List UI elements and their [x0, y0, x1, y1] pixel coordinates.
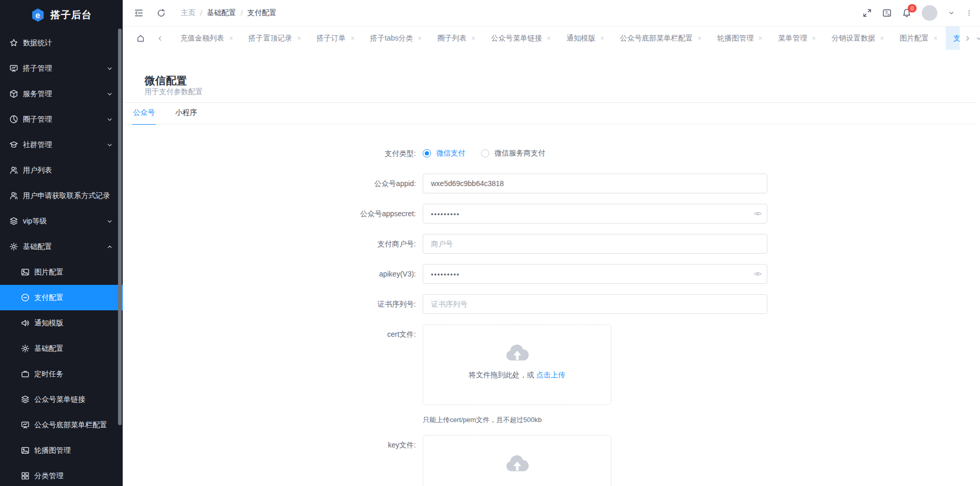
close-tab-icon[interactable]: [811, 35, 817, 41]
form-field-label: 公众号appid:: [123, 174, 416, 193]
key-file-dropzone[interactable]: [423, 435, 611, 486]
close-tab-icon[interactable]: [471, 35, 476, 41]
breadcrumb-item-2[interactable]: 支付配置: [247, 8, 277, 18]
sidebar-item-label: 基础配置: [23, 242, 52, 252]
breadcrumb-item-1[interactable]: 基础配置: [207, 8, 236, 18]
sidebar-item-label: 服务管理: [23, 89, 52, 99]
input-value: •••••••••: [431, 271, 460, 278]
tabs-scroll-left-chevron-icon[interactable]: [156, 35, 164, 42]
sidebar-item-label: 分类管理: [34, 471, 63, 481]
sidebar-item-14[interactable]: 公众号菜单链接: [0, 387, 123, 412]
breadcrumb: 主页/基础配置/支付配置: [181, 8, 277, 18]
refresh-icon[interactable]: [156, 8, 166, 18]
sidebar-item-11[interactable]: 通知模版: [0, 310, 123, 336]
config-tab-0[interactable]: 公众号: [132, 107, 156, 125]
sidebar-item-16[interactable]: 轮播图管理: [0, 438, 123, 463]
open-tab-4[interactable]: 圈子列表: [430, 27, 484, 50]
sidebar-item-17[interactable]: 分类管理: [0, 463, 123, 486]
breadcrumb-item-0[interactable]: 主页: [181, 8, 195, 18]
sidebar-scrollbar[interactable]: [118, 29, 122, 425]
payment-type-radio-0[interactable]: 微信支付: [423, 149, 465, 158]
layers-icon: [21, 395, 30, 404]
sidebar-item-label: 公众号菜单链接: [34, 395, 85, 404]
eye-icon[interactable]: [753, 209, 762, 218]
open-tab-label: 搭子订单: [317, 34, 346, 43]
close-tab-icon[interactable]: [296, 35, 302, 41]
notifications-button[interactable]: 0: [902, 8, 911, 18]
appsecret-input[interactable]: •••••••••: [423, 204, 767, 224]
sidebar-item-10[interactable]: 支付配置: [0, 285, 123, 310]
open-tab-5[interactable]: 公众号菜单链接: [484, 27, 559, 50]
cert-serial-row: 证书序列号:证书序列号: [123, 294, 980, 314]
sidebar-item-label: 图片配置: [34, 268, 63, 277]
sidebar-item-3[interactable]: 圈子管理: [0, 107, 123, 132]
svg-text:e: e: [35, 10, 40, 19]
sidebar-item-8[interactable]: 基础配置: [0, 234, 123, 259]
sidebar-item-label: 用户申请获取联系方式记录: [23, 191, 110, 201]
app-logo[interactable]: e 搭子后台: [0, 0, 123, 30]
appid-input[interactable]: wxe5d69c9bb64c3818: [423, 174, 767, 193]
open-tab-0[interactable]: 充值金额列表: [173, 27, 241, 50]
close-tab-icon[interactable]: [228, 35, 234, 41]
sidebar-item-5[interactable]: 用户列表: [0, 157, 123, 183]
close-tab-icon[interactable]: [697, 35, 702, 41]
close-tab-icon[interactable]: [879, 35, 885, 41]
image-icon: [21, 446, 30, 455]
app-logo-icon: e: [31, 8, 45, 22]
merchant-id-row: 支付商户号:商户号: [123, 234, 980, 254]
open-tab-label: 分销设置数据: [831, 34, 875, 43]
translate-icon[interactable]: 文A: [882, 8, 892, 18]
close-tab-icon[interactable]: [599, 35, 605, 41]
config-tab-1[interactable]: 小程序: [174, 107, 198, 125]
close-tab-icon[interactable]: [417, 35, 423, 41]
sidebar-item-13[interactable]: 定时任务: [0, 361, 123, 387]
open-tab-10[interactable]: 分销设置数据: [824, 27, 892, 50]
open-tab-12[interactable]: 支付配置: [946, 27, 960, 50]
sidebar-menu: 数据统计搭子管理服务管理圈子管理社群管理用户列表用户申请获取联系方式记录vip等…: [0, 30, 123, 486]
image-icon: [21, 268, 30, 277]
open-tab-1[interactable]: 搭子置顶记录: [241, 27, 309, 50]
open-tab-label: 支付配置: [953, 34, 960, 43]
sidebar-item-0[interactable]: 数据统计: [0, 30, 123, 56]
open-tab-2[interactable]: 搭子订单: [309, 27, 363, 50]
cert-serial-input[interactable]: 证书序列号: [423, 294, 767, 314]
close-tab-icon[interactable]: [350, 35, 356, 41]
close-tab-icon[interactable]: [757, 35, 763, 41]
apikey-v3-input[interactable]: •••••••••: [423, 264, 767, 284]
sidebar-item-6[interactable]: 用户申请获取联系方式记录: [0, 183, 123, 208]
fullscreen-icon[interactable]: [863, 8, 872, 18]
user-menu-chevron-down-icon[interactable]: [948, 9, 955, 17]
home-tab-icon[interactable]: [136, 34, 145, 43]
config-tabs: 公众号小程序: [132, 107, 198, 125]
open-tab-7[interactable]: 公众号底部菜单栏配置: [612, 27, 710, 50]
open-tab-8[interactable]: 轮播图管理: [710, 27, 770, 50]
gear-icon: [21, 344, 30, 353]
open-tab-3[interactable]: 搭子tabs分类: [363, 27, 430, 50]
sidebar-item-15[interactable]: 公众号底部菜单栏配置: [0, 412, 123, 438]
sidebar-item-12[interactable]: 基础配置: [0, 336, 123, 361]
sidebar-item-2[interactable]: 服务管理: [0, 81, 123, 107]
avatar[interactable]: [922, 5, 937, 21]
dropzone-upload-link[interactable]: 点击上传: [536, 371, 565, 379]
sidebar-item-1[interactable]: 搭子管理: [0, 56, 123, 81]
more-options-kebab-icon[interactable]: [965, 9, 973, 17]
open-tab-6[interactable]: 通知模版: [559, 27, 612, 50]
open-tab-11[interactable]: 图片配置: [892, 27, 946, 50]
open-tab-label: 公众号底部菜单栏配置: [620, 34, 692, 43]
tabs-options-chevron-down-icon[interactable]: [975, 35, 980, 42]
svg-text:A: A: [887, 12, 890, 16]
key-file-row: key文件:: [123, 435, 980, 486]
collapse-sidebar-icon[interactable]: [134, 8, 143, 18]
open-tab-9[interactable]: 菜单管理: [770, 27, 824, 50]
sidebar-item-9[interactable]: 图片配置: [0, 259, 123, 285]
sidebar-item-7[interactable]: vip等级: [0, 208, 123, 234]
payment-type-radio-1[interactable]: 微信服务商支付: [481, 149, 545, 158]
close-tab-icon[interactable]: [933, 35, 938, 41]
sidebar-item-4[interactable]: 社群管理: [0, 132, 123, 157]
eye-icon[interactable]: [753, 270, 762, 279]
merchant-id-input[interactable]: 商户号: [423, 234, 767, 254]
cert-file-dropzone[interactable]: 将文件拖到此处，或 点击上传: [423, 324, 611, 405]
tabs-scroll-right-chevron-icon[interactable]: [964, 35, 971, 42]
close-tab-icon[interactable]: [546, 35, 552, 41]
sidebar: e 搭子后台 数据统计搭子管理服务管理圈子管理社群管理用户列表用户申请获取联系方…: [0, 0, 123, 486]
